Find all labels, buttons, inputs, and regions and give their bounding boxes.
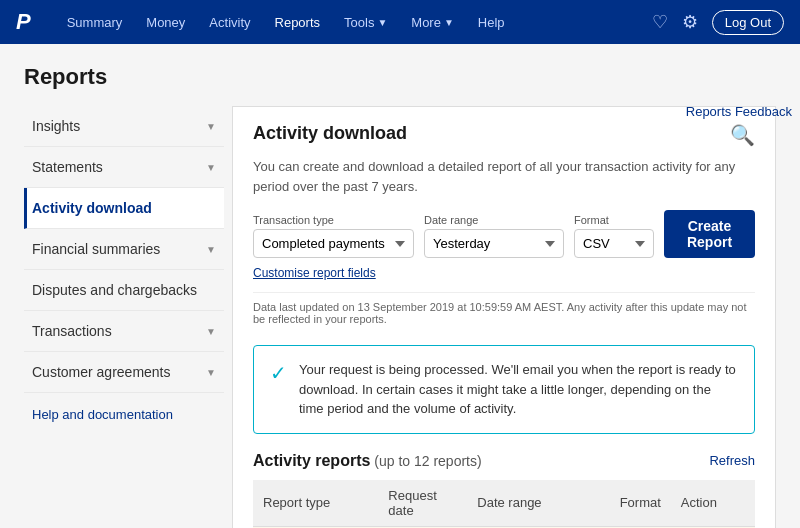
activity-reports-title: Activity reports: [253, 452, 370, 469]
nav-help[interactable]: Help: [466, 0, 517, 44]
content-layout: Insights ▼ Statements ▼ Activity downloa…: [24, 106, 776, 528]
sidebar-item-customer-agreements[interactable]: Customer agreements ▼: [24, 352, 224, 393]
sidebar-item-activity-download[interactable]: Activity download: [24, 188, 224, 229]
transactions-chevron-icon: ▼: [206, 326, 216, 337]
col-format: Format: [610, 480, 671, 527]
activity-reports-header: Activity reports (up to 12 reports) Refr…: [253, 452, 755, 470]
format-label: Format: [574, 214, 654, 226]
nav-links: Summary Money Activity Reports Tools ▼ M…: [55, 0, 652, 44]
col-date-range: Date range: [467, 480, 609, 527]
activity-reports-title-row: Activity reports (up to 12 reports): [253, 452, 482, 470]
customise-report-fields-link[interactable]: Customise report fields: [253, 266, 755, 280]
col-action: Action: [671, 480, 755, 527]
date-range-select[interactable]: Yesterday: [424, 229, 564, 258]
nav-activity[interactable]: Activity: [197, 0, 262, 44]
create-report-button[interactable]: Create Report: [664, 210, 755, 258]
gear-icon[interactable]: ⚙: [682, 11, 698, 33]
main-header: Activity download 🔍: [253, 123, 755, 147]
insights-chevron-icon: ▼: [206, 121, 216, 132]
processing-notice: ✓ Your request is being processed. We'll…: [253, 345, 755, 434]
nav-tools[interactable]: Tools ▼: [332, 0, 399, 44]
date-range-label: Date range: [424, 214, 564, 226]
col-request-date: Request date: [378, 480, 467, 527]
page-title: Reports: [24, 64, 776, 90]
paypal-logo: P: [16, 9, 31, 35]
col-report-type: Report type: [253, 480, 378, 527]
sidebar-help-link[interactable]: Help and documentation: [24, 393, 224, 436]
transaction-type-label: Transaction type: [253, 214, 414, 226]
top-navigation: P Summary Money Activity Reports Tools ▼…: [0, 0, 800, 44]
refresh-link[interactable]: Refresh: [709, 453, 755, 468]
activity-reports-table: Report type Request date Date range Form…: [253, 480, 755, 529]
sidebar-item-financial-summaries[interactable]: Financial summaries ▼: [24, 229, 224, 270]
main-content: Activity download 🔍 You can create and d…: [232, 106, 776, 528]
page-container: Reports Reports Feedback Insights ▼ Stat…: [0, 44, 800, 528]
financial-summaries-chevron-icon: ▼: [206, 244, 216, 255]
sidebar: Insights ▼ Statements ▼ Activity downloa…: [24, 106, 224, 528]
nav-reports[interactable]: Reports: [263, 0, 333, 44]
customer-agreements-chevron-icon: ▼: [206, 367, 216, 378]
more-chevron-icon: ▼: [444, 17, 454, 28]
search-icon[interactable]: 🔍: [730, 123, 755, 147]
page-wrapper: Reports Reports Feedback Insights ▼ Stat…: [0, 44, 800, 528]
reports-feedback-link[interactable]: Reports Feedback: [686, 104, 792, 119]
nav-money[interactable]: Money: [134, 0, 197, 44]
logout-button[interactable]: Log Out: [712, 10, 784, 35]
nav-summary[interactable]: Summary: [55, 0, 135, 44]
checkmark-icon: ✓: [270, 361, 287, 385]
sidebar-item-statements[interactable]: Statements ▼: [24, 147, 224, 188]
nav-more[interactable]: More ▼: [399, 0, 466, 44]
sidebar-item-insights[interactable]: Insights ▼: [24, 106, 224, 147]
format-select[interactable]: CSV: [574, 229, 654, 258]
bell-icon[interactable]: ♡: [652, 11, 668, 33]
transaction-type-select[interactable]: Completed payments: [253, 229, 414, 258]
statements-chevron-icon: ▼: [206, 162, 216, 173]
tools-chevron-icon: ▼: [377, 17, 387, 28]
create-report-form: Transaction type Completed payments Date…: [253, 210, 755, 258]
transaction-type-group: Transaction type Completed payments: [253, 214, 414, 258]
sidebar-item-transactions[interactable]: Transactions ▼: [24, 311, 224, 352]
nav-right-actions: ♡ ⚙ Log Out: [652, 10, 784, 35]
table-header: Report type Request date Date range Form…: [253, 480, 755, 527]
section-description: You can create and download a detailed r…: [253, 157, 755, 196]
activity-reports-count-val: (up to 12 reports): [374, 453, 481, 469]
section-title: Activity download: [253, 123, 407, 144]
notice-text: Your request is being processed. We'll e…: [299, 360, 738, 419]
data-last-updated: Data last updated on 13 September 2019 a…: [253, 292, 755, 333]
sidebar-item-disputes[interactable]: Disputes and chargebacks: [24, 270, 224, 311]
date-range-group: Date range Yesterday: [424, 214, 564, 258]
format-group: Format CSV: [574, 214, 654, 258]
